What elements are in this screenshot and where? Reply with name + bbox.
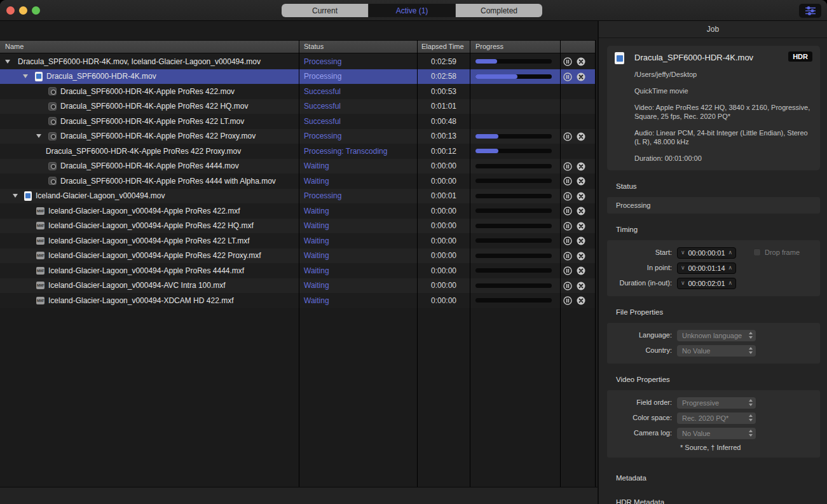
- pause-button[interactable]: [563, 57, 572, 66]
- cancel-button[interactable]: [577, 207, 585, 215]
- pause-button[interactable]: [563, 266, 572, 275]
- chevron-up-icon[interactable]: ∧: [728, 250, 732, 255]
- chevron-down-icon[interactable]: ∨: [681, 280, 685, 286]
- tab-current[interactable]: Current: [282, 4, 369, 17]
- elapsed-time: 0:00:48: [418, 117, 470, 126]
- tab-completed[interactable]: Completed: [456, 4, 542, 17]
- chevron-down-icon[interactable]: ∨: [681, 265, 685, 271]
- cancel-button[interactable]: [577, 132, 585, 141]
- cancel-button[interactable]: [577, 192, 585, 201]
- pause-button[interactable]: [563, 252, 572, 261]
- property-dropdown[interactable]: Rec. 2020 PQ*: [677, 412, 756, 424]
- cancel-button[interactable]: [577, 236, 585, 245]
- chevron-up-icon[interactable]: ∧: [728, 265, 732, 271]
- job-row[interactable]: Dracula_SPF6000-HDR-4K.movProcessing0:02…: [0, 69, 596, 85]
- progress-bar: [475, 164, 552, 168]
- timing-row: Duration (in-out):∨00:00:02:01∧: [607, 276, 820, 291]
- timecode-stepper[interactable]: ∨00:00:01:14∧: [677, 262, 736, 274]
- column-divider[interactable]: [470, 40, 470, 487]
- row-name: Dracula_SPF6000-HDR-4K-Apple ProRes 422 …: [60, 132, 256, 140]
- dropdown-value: No Value: [682, 347, 710, 355]
- column-header-elapsed[interactable]: Elapsed Time: [421, 43, 464, 50]
- job-row[interactable]: Iceland-Glacier-Lagoon_v000494.movProces…: [0, 189, 596, 204]
- property-dropdown[interactable]: No Value: [677, 428, 756, 439]
- cancel-button[interactable]: [577, 282, 585, 290]
- dropdown-value: Progressive: [682, 399, 719, 407]
- job-file-name: Dracula_SPF6000-HDR-4K.mov: [634, 53, 779, 62]
- output-row[interactable]: Dracula_SPF6000-HDR-4K-Apple ProRes 422.…: [0, 84, 596, 99]
- status-label: Waiting: [304, 177, 329, 186]
- output-row[interactable]: MXFIceland-Glacier-Lagoon_v000494-XDCAM …: [0, 293, 596, 308]
- progress-bar: [475, 134, 552, 139]
- action-filter-button[interactable]: [799, 4, 821, 18]
- timecode-stepper[interactable]: ∨00:00:02:01∧: [677, 278, 736, 289]
- output-row[interactable]: MXFIceland-Glacier-Lagoon_v000494-Apple …: [0, 249, 596, 264]
- output-row[interactable]: Dracula_SPF6000-HDR-4K-Apple ProRes 422 …: [0, 129, 596, 144]
- cancel-button[interactable]: [577, 266, 585, 275]
- column-header-name[interactable]: Name: [5, 43, 24, 50]
- pause-button[interactable]: [563, 282, 572, 290]
- property-row: Language:Unknown language: [607, 328, 820, 343]
- mxf-file-icon: MXF: [36, 297, 44, 304]
- output-row[interactable]: MXFIceland-Glacier-Lagoon_v000494-AVC In…: [0, 278, 596, 294]
- pause-button[interactable]: [563, 192, 572, 201]
- pause-button[interactable]: [563, 207, 572, 215]
- pause-button[interactable]: [563, 222, 572, 231]
- property-row: Color space:Rec. 2020 PQ*: [607, 411, 820, 426]
- pause-button[interactable]: [563, 162, 572, 171]
- pause-button[interactable]: [563, 296, 572, 305]
- elapsed-time: 0:00:00: [418, 221, 470, 230]
- section-header-hdr-metadata[interactable]: HDR Metadata: [616, 498, 827, 504]
- output-row[interactable]: MXFIceland-Glacier-Lagoon_v000494-Apple …: [0, 203, 596, 219]
- progress-bar: [475, 268, 552, 273]
- column-divider[interactable]: [299, 40, 299, 487]
- property-dropdown[interactable]: Progressive: [677, 397, 756, 409]
- property-label: Camera log:: [634, 429, 672, 437]
- movie-file-icon: [24, 191, 32, 201]
- output-row[interactable]: Dracula_SPF6000-HDR-4K-Apple ProRes 422 …: [0, 99, 596, 114]
- output-row[interactable]: Dracula_SPF6000-HDR-4K-Apple ProRes 4444…: [0, 159, 596, 174]
- chevron-up-icon[interactable]: ∧: [728, 280, 732, 286]
- pause-button[interactable]: [563, 236, 572, 245]
- row-name: Dracula_SPF6000-HDR-4K-Apple ProRes 422.…: [60, 87, 235, 96]
- cancel-button[interactable]: [577, 57, 585, 66]
- pause-button[interactable]: [563, 132, 572, 141]
- pause-button[interactable]: [563, 72, 572, 81]
- timecode-stepper[interactable]: ∨00:00:00:01∧: [677, 247, 736, 259]
- cancel-button[interactable]: [577, 296, 585, 305]
- elapsed-time: 0:00:00: [418, 236, 470, 245]
- output-row[interactable]: MXFIceland-Glacier-Lagoon_v000494-Apple …: [0, 233, 596, 249]
- output-row[interactable]: Dracula_SPF6000-HDR-4K-Apple ProRes 422 …: [0, 114, 596, 129]
- cancel-button[interactable]: [577, 162, 585, 171]
- column-header-status[interactable]: Status: [304, 43, 324, 50]
- movie-file-icon: [615, 52, 624, 64]
- cancel-button[interactable]: [577, 222, 585, 231]
- minimize-button[interactable]: [19, 6, 27, 15]
- output-row[interactable]: MXFIceland-Glacier-Lagoon_v000494-Apple …: [0, 263, 596, 278]
- output-row[interactable]: Dracula_SPF6000-HDR-4K-Apple ProRes 4444…: [0, 174, 596, 189]
- close-button[interactable]: [6, 6, 15, 15]
- disclosure-triangle-icon[interactable]: [23, 74, 28, 78]
- column-divider[interactable]: [417, 40, 418, 487]
- column-divider[interactable]: [560, 40, 561, 487]
- chevron-down-icon[interactable]: ∨: [681, 250, 685, 255]
- row-name: Iceland-Glacier-Lagoon_v000494.mov: [36, 191, 165, 200]
- disclosure-triangle-icon[interactable]: [36, 134, 41, 138]
- property-dropdown[interactable]: No Value: [677, 345, 756, 357]
- section-header-metadata[interactable]: Metadata: [616, 474, 827, 482]
- cancel-button[interactable]: [577, 177, 585, 186]
- column-header-progress[interactable]: Progress: [475, 43, 503, 50]
- batch-row[interactable]: Dracula_SPF6000-HDR-4K.mov, Iceland-Glac…: [0, 54, 596, 69]
- disclosure-triangle-icon[interactable]: [13, 194, 18, 198]
- video-properties-header: Video Properties: [616, 376, 827, 383]
- output-row[interactable]: Dracula_SPF6000-HDR-4K-Apple ProRes 422 …: [0, 144, 596, 159]
- output-row[interactable]: MXFIceland-Glacier-Lagoon_v000494-Apple …: [0, 219, 596, 234]
- cancel-button[interactable]: [577, 252, 585, 261]
- disclosure-triangle-icon[interactable]: [5, 60, 10, 64]
- property-dropdown[interactable]: Unknown language: [677, 330, 756, 341]
- zoom-button[interactable]: [32, 6, 40, 15]
- pause-button[interactable]: [563, 177, 572, 186]
- drop-frame-checkbox[interactable]: [753, 249, 761, 256]
- tab-active-1[interactable]: Active (1): [369, 4, 456, 17]
- cancel-button[interactable]: [577, 72, 585, 81]
